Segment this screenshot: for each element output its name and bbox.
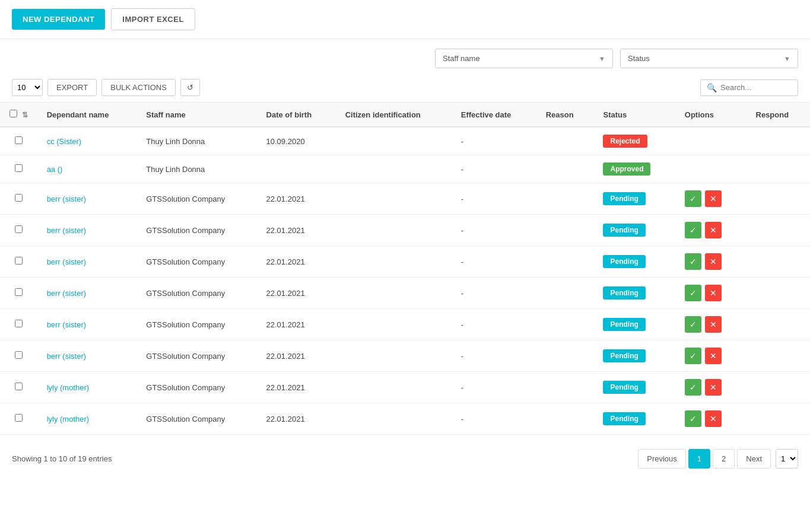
respond-cell [747,309,811,340]
next-button[interactable]: Next [737,449,771,469]
col-dob: Date of birth [257,103,336,128]
options-cell [675,127,747,155]
status-filter[interactable]: Status ▼ [620,49,798,68]
search-input[interactable] [720,83,792,92]
row-checkbox-cell [0,340,37,372]
status-cell: Rejected [593,127,675,155]
dob-cell: 22.01.2021 [257,215,336,246]
refresh-button[interactable]: ↺ [180,79,200,96]
status-badge: Pending [603,255,645,268]
effective-date-cell: - [452,127,536,155]
sort-icon[interactable]: ⇅ [22,111,28,119]
dep-name-cell: aa () [37,155,137,183]
row-checkbox-8[interactable] [15,351,23,359]
staff-name-cell: GTSSolution Company [136,309,256,340]
status-badge: Pending [603,224,645,237]
reason-cell [536,155,594,183]
reject-button[interactable]: ✕ [705,348,722,364]
dep-name-link-9[interactable]: lyly (mother) [47,383,90,392]
table-footer: Showing 1 to 10 of 19 entries Previous 1… [0,439,810,478]
approve-button[interactable]: ✓ [685,316,701,333]
approve-button[interactable]: ✓ [685,348,701,364]
reject-button[interactable]: ✕ [705,316,722,333]
approve-button[interactable]: ✓ [685,222,701,238]
reject-button[interactable]: ✕ [705,253,722,270]
dob-cell: 22.01.2021 [257,278,336,309]
reject-button[interactable]: ✕ [705,410,722,427]
reject-button[interactable]: ✕ [705,379,722,396]
page-2-button[interactable]: 2 [713,449,735,469]
staff-name-cell: GTSSolution Company [136,340,256,372]
approve-button[interactable]: ✓ [685,410,701,427]
row-checkbox-cell [0,246,37,278]
respond-cell [747,155,811,183]
previous-button[interactable]: Previous [638,449,686,469]
row-checkbox-6[interactable] [15,288,23,296]
dep-name-link-1[interactable]: cc (Sister) [47,137,82,146]
status-badge: Pending [603,381,645,394]
reject-button[interactable]: ✕ [705,190,722,207]
dep-name-link-10[interactable]: lyly (mother) [47,415,90,423]
options-cell: ✓ ✕ [675,309,747,340]
dep-name-link-7[interactable]: berr (sister) [47,320,86,329]
new-dependant-button[interactable]: NEW DEPENDANT [12,9,105,30]
approve-button[interactable]: ✓ [685,253,701,270]
staff-name-dropdown-icon: ▼ [599,55,605,62]
row-checkbox-2[interactable] [15,164,23,172]
effective-date-cell: - [452,309,536,340]
row-checkbox-5[interactable] [15,257,23,265]
staff-name-filter[interactable]: Staff name ▼ [435,49,613,68]
options-cell: ✓ ✕ [675,183,747,215]
row-checkbox-3[interactable] [15,194,23,202]
table-toolbar: 10 25 50 100 EXPORT BULK ACTIONS ↺ 🔍 [0,73,810,102]
reject-button[interactable]: ✕ [705,285,722,301]
row-checkbox-4[interactable] [15,225,23,233]
dep-name-cell: berr (sister) [37,340,137,372]
dep-name-link-2[interactable]: aa () [47,165,63,174]
dob-cell [257,155,336,183]
options-cell: ✓ ✕ [675,340,747,372]
export-button[interactable]: EXPORT [47,79,97,96]
approve-button[interactable]: ✓ [685,285,701,301]
page-select[interactable]: 1 2 [776,449,798,469]
approve-button[interactable]: ✓ [685,379,701,396]
citizen-id-cell [336,309,452,340]
dependants-table: ⇅ Dependant name Staff name Date of birt… [0,102,810,435]
select-all-checkbox[interactable] [9,110,17,117]
row-checkbox-cell [0,372,37,403]
dep-name-cell: berr (sister) [37,309,137,340]
page-1-button[interactable]: 1 [688,449,710,469]
dep-name-link-6[interactable]: berr (sister) [47,289,86,298]
select-all-header: ⇅ [0,103,37,128]
row-checkbox-7[interactable] [15,320,23,327]
dep-name-link-8[interactable]: berr (sister) [47,352,86,361]
search-container: 🔍 [700,79,798,96]
approve-button[interactable]: ✓ [685,190,701,207]
per-page-select[interactable]: 10 25 50 100 [12,79,43,96]
status-dropdown-icon: ▼ [784,55,790,62]
effective-date-cell: - [452,372,536,403]
filter-bar: Staff name ▼ Status ▼ [0,39,810,73]
respond-cell [747,340,811,372]
status-cell: Pending [593,372,675,403]
import-excel-button[interactable]: IMPORT EXCEL [111,8,195,30]
dep-name-link-5[interactable]: berr (sister) [47,257,86,266]
bulk-actions-button[interactable]: BULK ACTIONS [101,79,176,96]
status-cell: Pending [593,183,675,215]
row-checkbox-9[interactable] [15,383,23,390]
dep-name-link-3[interactable]: berr (sister) [47,195,86,203]
respond-cell [747,278,811,309]
reason-cell [536,403,594,435]
reject-button[interactable]: ✕ [705,222,722,238]
dep-name-link-4[interactable]: berr (sister) [47,226,86,235]
dob-cell: 22.01.2021 [257,403,336,435]
respond-cell [747,246,811,278]
status-badge: Approved [603,163,650,176]
dep-name-cell: berr (sister) [37,246,137,278]
row-checkbox-cell [0,183,37,215]
dob-cell: 22.01.2021 [257,183,336,215]
showing-entries-text: Showing 1 to 10 of 19 entries [12,454,112,463]
row-checkbox-1[interactable] [15,136,23,144]
reason-cell [536,372,594,403]
row-checkbox-10[interactable] [15,414,23,422]
